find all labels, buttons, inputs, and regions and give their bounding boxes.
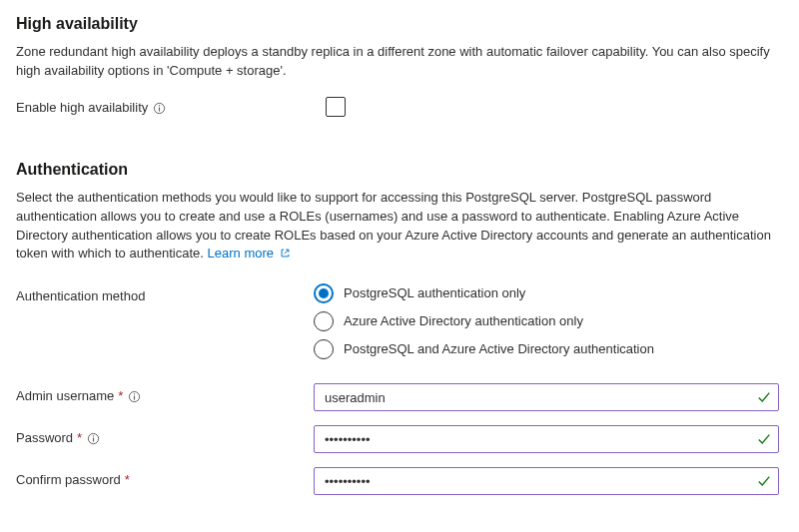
auth-description: Select the authentication methods you wo… — [16, 189, 775, 264]
auth-method-row: Authentication method PostgreSQL authent… — [16, 283, 783, 359]
confirm-password-label-wrap: Confirm password * — [16, 467, 314, 490]
admin-username-input[interactable] — [314, 383, 779, 411]
ha-enable-checkbox[interactable] — [326, 97, 346, 117]
required-indicator: * — [118, 387, 123, 406]
password-label-wrap: Password * — [16, 425, 314, 448]
auth-option-label: Azure Active Directory authentication on… — [344, 312, 583, 331]
ha-enable-row: Enable high availability — [16, 95, 783, 118]
info-icon[interactable] — [152, 101, 166, 115]
svg-rect-8 — [93, 435, 94, 436]
svg-rect-5 — [134, 393, 135, 394]
learn-more-label: Learn more — [208, 246, 274, 261]
required-indicator: * — [125, 471, 130, 490]
auth-option-label: PostgreSQL and Azure Active Directory au… — [344, 340, 654, 359]
admin-username-input-wrap — [314, 383, 779, 411]
info-icon[interactable] — [86, 432, 100, 446]
check-icon — [757, 390, 771, 404]
external-link-icon — [280, 248, 291, 259]
svg-rect-2 — [159, 105, 160, 106]
admin-username-label-wrap: Admin username * — [16, 383, 314, 406]
learn-more-link[interactable]: Learn more — [208, 246, 291, 261]
admin-username-label: Admin username — [16, 387, 114, 406]
admin-username-row: Admin username * — [16, 383, 783, 411]
auth-option-aad-only[interactable]: Azure Active Directory authentication on… — [314, 311, 783, 331]
radio-icon — [314, 339, 334, 359]
confirm-password-input[interactable] — [314, 467, 779, 495]
ha-description: Zone redundant high availability deploys… — [16, 43, 775, 81]
password-input[interactable] — [314, 425, 779, 453]
auth-heading: Authentication — [16, 158, 783, 181]
ha-enable-label-wrap: Enable high availability — [16, 95, 314, 118]
svg-rect-4 — [134, 396, 135, 400]
auth-description-text: Select the authentication methods you wo… — [16, 190, 771, 262]
confirm-password-input-wrap — [314, 467, 779, 495]
confirm-password-row: Confirm password * — [16, 467, 783, 495]
auth-method-radio-group: PostgreSQL authentication only Azure Act… — [314, 283, 783, 359]
auth-option-postgres-only[interactable]: PostgreSQL authentication only — [314, 283, 783, 303]
radio-icon — [314, 311, 334, 331]
svg-rect-7 — [93, 438, 94, 442]
required-indicator: * — [77, 429, 82, 448]
password-row: Password * — [16, 425, 783, 453]
auth-option-postgres-and-aad[interactable]: PostgreSQL and Azure Active Directory au… — [314, 339, 783, 359]
check-icon — [757, 432, 771, 446]
ha-heading: High availability — [16, 12, 783, 35]
confirm-password-label: Confirm password — [16, 471, 121, 490]
ha-enable-label: Enable high availability — [16, 99, 148, 118]
auth-option-label: PostgreSQL authentication only — [344, 284, 525, 303]
password-label: Password — [16, 429, 73, 448]
check-icon — [757, 474, 771, 488]
info-icon[interactable] — [127, 390, 141, 404]
radio-icon — [314, 283, 334, 303]
password-input-wrap — [314, 425, 779, 453]
auth-method-label: Authentication method — [16, 283, 314, 306]
svg-rect-1 — [159, 107, 160, 111]
